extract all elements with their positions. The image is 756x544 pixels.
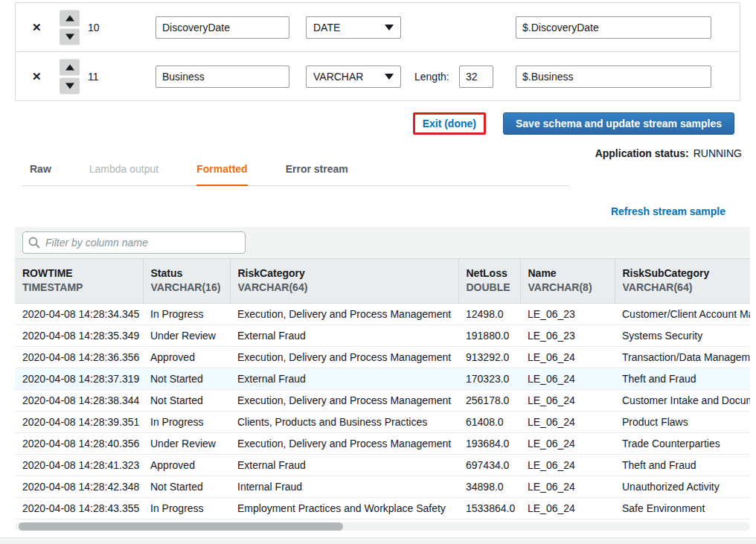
table-row[interactable]: 2020-04-08 14:28:43.355In ProgressEmploy… — [15, 498, 750, 519]
tab-lambda-output: Lambda output — [89, 159, 158, 185]
column-name-input[interactable] — [156, 65, 289, 88]
table-cell: Execution, Delivery and Process Manageme… — [230, 304, 458, 325]
remove-column-button[interactable]: ✕ — [28, 69, 46, 84]
table-cell: Unauthorized Activity — [615, 476, 750, 498]
table-cell: LE_06_24 — [520, 476, 615, 498]
column-order-label: 10 — [88, 22, 100, 33]
reorder-stepper — [60, 59, 80, 94]
table-cell: In Progress — [143, 304, 230, 325]
column-mapping-input[interactable] — [516, 65, 711, 88]
schema-row-10: ✕ 10 DATE — [15, 2, 740, 52]
reorder-stepper — [60, 10, 80, 45]
table-cell: Not Started — [143, 476, 230, 498]
table-scroll-viewport: ROWTIMETIMESTAMPStatusVARCHAR(16)RiskCat… — [15, 258, 750, 519]
table-cell: 1533864.0 — [458, 498, 520, 519]
save-schema-button[interactable]: Save schema and update stream samples — [503, 112, 734, 135]
table-cell: Product Flaws — [615, 412, 750, 433]
table-cell: External Fraud — [230, 325, 458, 347]
table-cell: External Fraud — [230, 455, 458, 476]
table-cell: Customer/Client Account Man — [615, 304, 750, 325]
caret-up-icon — [65, 15, 74, 21]
table-cell: Theft and Fraud — [615, 455, 750, 476]
table-cell: 2020-04-08 14:28:41.323 — [15, 455, 143, 476]
length-input[interactable] — [459, 65, 493, 88]
filter-column-input[interactable] — [22, 231, 246, 254]
tab-bar: Raw Lambda output Formatted Error stream — [22, 159, 569, 186]
column-header: StatusVARCHAR(16) — [143, 259, 230, 304]
table-cell: 2020-04-08 14:28:36.356 — [15, 347, 143, 368]
table-cell: 913292.0 — [458, 347, 520, 368]
table-cell: LE_06_24 — [520, 412, 615, 433]
table-cell: Internal Fraud — [230, 476, 458, 498]
schema-editor: ✕ 10 DATE ✕ 11 VARCHAR — [15, 2, 740, 101]
table-cell: 34898.0 — [458, 476, 520, 498]
table-row[interactable]: 2020-04-08 14:28:36.356ApprovedExecution… — [15, 347, 750, 368]
table-cell: 2020-04-08 14:28:39.351 — [15, 412, 143, 433]
table-row[interactable]: 2020-04-08 14:28:37.319Not StartedExtern… — [15, 368, 750, 390]
table-row[interactable]: 2020-04-08 14:28:41.323ApprovedExternal … — [15, 455, 750, 476]
action-row: Exit (done) Save schema and update strea… — [413, 112, 734, 135]
caret-up-icon — [65, 64, 74, 70]
remove-column-button[interactable]: ✕ — [28, 20, 46, 35]
table-cell: Trade Counterparties — [615, 433, 750, 455]
table-cell: 193684.0 — [458, 433, 520, 455]
table-row[interactable]: 2020-04-08 14:28:34.345In ProgressExecut… — [15, 304, 750, 325]
column-header: ROWTIMETIMESTAMP — [15, 259, 143, 304]
horizontal-scrollbar-track[interactable] — [15, 522, 750, 531]
table-row[interactable]: 2020-04-08 14:28:35.349Under ReviewExter… — [15, 325, 750, 347]
table-cell: Theft and Fraud — [615, 368, 750, 390]
table-cell: External Fraud — [230, 368, 458, 390]
column-type-select[interactable]: VARCHAR — [306, 65, 401, 88]
move-down-button[interactable] — [60, 28, 80, 45]
move-down-button[interactable] — [60, 77, 80, 94]
page-bottom-edge — [0, 537, 756, 544]
move-up-button[interactable] — [60, 10, 80, 26]
stream-sample-table: ROWTIMETIMESTAMPStatusVARCHAR(16)RiskCat… — [15, 227, 750, 531]
table-cell: 2020-04-08 14:28:43.355 — [15, 498, 143, 519]
table-cell: 2020-04-08 14:28:38.344 — [15, 390, 143, 412]
table-cell: LE_06_24 — [520, 390, 615, 412]
column-order-label: 11 — [88, 71, 99, 83]
table-cell: 256178.0 — [458, 390, 520, 412]
table-cell: LE_06_24 — [520, 368, 615, 390]
column-type-select[interactable]: DATE — [306, 16, 401, 39]
selected-type-label: VARCHAR — [313, 71, 363, 83]
column-mapping-input[interactable] — [516, 16, 711, 39]
filter-field — [22, 231, 246, 254]
table-cell: 2020-04-08 14:28:34.345 — [15, 304, 143, 325]
table-cell: LE_06_24 — [520, 347, 615, 368]
table-cell: Execution, Delivery and Process Manageme… — [230, 390, 458, 412]
tab-raw[interactable]: Raw — [30, 159, 51, 185]
table-row[interactable]: 2020-04-08 14:28:40.356Under ReviewExecu… — [15, 433, 750, 455]
table-cell: Not Started — [143, 390, 230, 412]
refresh-stream-sample-link[interactable]: Refresh stream sample — [611, 205, 725, 217]
table-row[interactable]: 2020-04-08 14:28:39.351In ProgressClient… — [15, 412, 750, 433]
horizontal-scrollbar-thumb[interactable] — [19, 522, 343, 531]
table-filter-strip — [15, 227, 750, 258]
tab-formatted[interactable]: Formatted — [196, 159, 247, 186]
dropdown-caret-icon — [385, 25, 394, 31]
stream-table-header-row: ROWTIMETIMESTAMPStatusVARCHAR(16)RiskCat… — [15, 259, 750, 304]
move-up-button[interactable] — [60, 59, 80, 75]
dropdown-caret-icon — [385, 74, 394, 80]
table-cell: LE_06_23 — [520, 304, 615, 325]
stream-table-body: 2020-04-08 14:28:34.345In ProgressExecut… — [15, 304, 750, 519]
caret-down-icon — [65, 33, 74, 39]
tab-error-stream[interactable]: Error stream — [286, 159, 348, 185]
application-status-value: RUNNING — [693, 147, 742, 159]
table-cell: In Progress — [143, 498, 230, 519]
table-row[interactable]: 2020-04-08 14:28:38.344Not StartedExecut… — [15, 390, 750, 412]
table-row[interactable]: 2020-04-08 14:28:42.348Not StartedIntern… — [15, 476, 750, 498]
column-header: RiskSubCategoryVARCHAR(64) — [615, 259, 750, 304]
table-cell: 2020-04-08 14:28:40.356 — [15, 433, 143, 455]
table-cell: LE_06_23 — [520, 325, 615, 347]
table-cell: Under Review — [143, 325, 230, 347]
table-cell: LE_06_24 — [520, 455, 615, 476]
application-status-label: Application status: — [595, 147, 689, 159]
table-cell: Clients, Products and Business Practices — [230, 412, 458, 433]
caret-down-icon — [65, 83, 74, 89]
column-name-input[interactable] — [156, 16, 289, 39]
schema-editor-page: ✕ 10 DATE ✕ 11 VARCHAR — [0, 0, 756, 544]
search-icon — [28, 237, 40, 249]
exit-done-button[interactable]: Exit (done) — [423, 118, 476, 129]
